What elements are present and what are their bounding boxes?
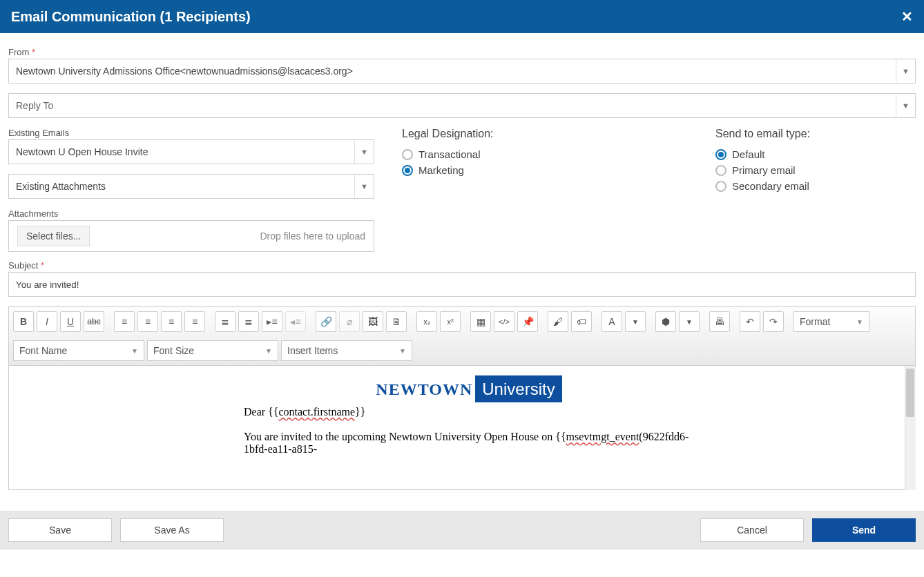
attachments-label: Attachments xyxy=(8,208,374,219)
file-drop-zone[interactable]: Select files... Drop files here to uploa… xyxy=(8,220,374,252)
radio-default[interactable]: Default xyxy=(715,148,916,160)
strikethrough-button[interactable]: abc xyxy=(84,311,104,332)
radio-secondary-email[interactable]: Secondary email xyxy=(715,180,916,192)
chevron-down-icon: ▼ xyxy=(856,318,863,326)
email-logo: NEWTOWNUniversity xyxy=(244,380,694,399)
select-files-button[interactable]: Select files... xyxy=(17,226,90,246)
reply-to-dropdown[interactable]: Reply To ▼ xyxy=(8,93,916,118)
close-icon[interactable]: ✕ xyxy=(901,8,913,25)
logo-text-left: NEWTOWN xyxy=(376,380,472,398)
chevron-down-icon: ▼ xyxy=(131,347,138,355)
radio-marketing[interactable]: Marketing xyxy=(402,164,688,176)
rich-text-editor[interactable]: NEWTOWNUniversity Dear {{contact.firstna… xyxy=(8,366,916,490)
cancel-button[interactable]: Cancel xyxy=(700,518,804,542)
font-size-dropdown[interactable]: Font Size ▼ xyxy=(147,340,278,361)
link-button[interactable]: 🔗 xyxy=(316,311,336,332)
indent-button[interactable]: ▸≡ xyxy=(262,311,282,332)
chevron-down-icon: ▼ xyxy=(265,347,272,355)
align-center-button[interactable]: ≡ xyxy=(137,311,158,332)
radio-icon xyxy=(715,165,726,176)
radio-primary-email[interactable]: Primary email xyxy=(715,164,916,176)
existing-emails-dropdown[interactable]: Newtown U Open House Invite ▼ xyxy=(8,139,374,164)
chevron-down-icon: ▼ xyxy=(354,175,374,198)
radio-label: Marketing xyxy=(418,164,464,176)
bold-button[interactable]: B xyxy=(13,311,34,332)
table-button[interactable]: ▦ xyxy=(470,311,491,332)
format-dropdown[interactable]: Format ▼ xyxy=(793,311,869,332)
existing-attachments-value: Existing Attachments xyxy=(16,181,106,192)
scrollbar-thumb[interactable] xyxy=(906,369,914,417)
tag-button[interactable]: 🏷 xyxy=(571,311,592,332)
from-dropdown[interactable]: Newtown University Admissions Office<new… xyxy=(8,59,916,84)
font-color-dd-button[interactable]: ▼ xyxy=(625,311,646,332)
reply-to-placeholder: Reply To xyxy=(16,100,53,111)
font-size-label: Font Size xyxy=(153,345,194,356)
legal-designation-title: Legal Designation: xyxy=(402,128,688,140)
superscript-button[interactable]: x² xyxy=(440,311,461,332)
align-justify-button[interactable]: ≡ xyxy=(184,311,205,332)
save-as-button[interactable]: Save As xyxy=(120,518,224,542)
existing-emails-label: Existing Emails xyxy=(8,128,374,138)
radio-label: Secondary email xyxy=(732,180,809,192)
save-button[interactable]: Save xyxy=(8,518,112,542)
unlink-button[interactable]: ⌀ xyxy=(339,311,360,332)
underline-button[interactable]: U xyxy=(60,311,81,332)
insert-items-label: Insert Items xyxy=(287,345,338,356)
radio-label: Transactional xyxy=(418,148,481,160)
italic-button[interactable]: I xyxy=(37,311,57,332)
send-button[interactable]: Send xyxy=(812,518,916,542)
source-button[interactable]: </> xyxy=(494,311,514,332)
existing-attachments-dropdown[interactable]: Existing Attachments ▼ xyxy=(8,174,374,199)
outdent-button[interactable]: ◂≡ xyxy=(285,311,306,332)
radio-label: Default xyxy=(732,148,765,160)
radio-transactional[interactable]: Transactional xyxy=(402,148,688,160)
format-label: Format xyxy=(800,316,830,327)
radio-label: Primary email xyxy=(732,164,796,176)
from-value: Newtown University Admissions Office<new… xyxy=(16,66,353,77)
editor-scrollbar[interactable] xyxy=(905,366,916,490)
chevron-down-icon: ▼ xyxy=(896,59,915,83)
insert-items-dropdown[interactable]: Insert Items ▼ xyxy=(281,340,412,361)
back-color-dd-button[interactable]: ▼ xyxy=(679,311,700,332)
unordered-list-button[interactable]: ≣ xyxy=(215,311,235,332)
print-button[interactable]: 🖶 xyxy=(709,311,730,332)
font-name-dropdown[interactable]: Font Name ▼ xyxy=(13,340,144,361)
radio-icon xyxy=(402,149,413,160)
chevron-down-icon: ▼ xyxy=(399,347,406,355)
email-greeting: Dear {{contact.firstname}} xyxy=(244,406,694,418)
editor-toolbar: B I U abc ≡ ≡ ≡ ≡ ≣ ≣ ▸≡ ◂≡ 🔗 ⌀ 🖼 🗎 x₂ x… xyxy=(8,306,916,366)
subject-input[interactable] xyxy=(8,272,916,297)
image-button[interactable]: 🖼 xyxy=(363,311,383,332)
radio-icon xyxy=(402,165,413,176)
subject-label: Subject xyxy=(8,260,916,271)
redo-button[interactable]: ↷ xyxy=(763,311,784,332)
back-color-button[interactable]: ⬢ xyxy=(655,311,676,332)
radio-icon xyxy=(715,181,726,192)
subscript-button[interactable]: x₂ xyxy=(416,311,437,332)
send-type-title: Send to email type: xyxy=(715,128,916,140)
pin-button[interactable]: 📌 xyxy=(517,311,538,332)
modal-body: From Newtown University Admissions Offic… xyxy=(0,33,924,498)
chevron-down-icon: ▼ xyxy=(896,94,915,117)
drop-hint: Drop files here to upload xyxy=(260,231,365,242)
from-label: From xyxy=(8,47,916,57)
align-left-button[interactable]: ≡ xyxy=(114,311,135,332)
file-button[interactable]: 🗎 xyxy=(386,311,407,332)
ordered-list-button[interactable]: ≣ xyxy=(238,311,259,332)
modal-title: Email Communication (1 Recipients) xyxy=(11,9,251,25)
radio-icon xyxy=(715,149,726,160)
email-body-line: You are invited to the upcoming Newtown … xyxy=(244,431,694,456)
logo-text-right: University xyxy=(475,375,561,402)
align-right-button[interactable]: ≡ xyxy=(161,311,182,332)
modal-footer: Save Save As Cancel Send xyxy=(0,511,924,549)
chevron-down-icon: ▼ xyxy=(354,140,374,164)
highlight-button[interactable]: 🖌 xyxy=(548,311,568,332)
undo-button[interactable]: ↶ xyxy=(740,311,760,332)
modal-header: Email Communication (1 Recipients) ✕ xyxy=(0,0,924,33)
font-name-label: Font Name xyxy=(19,345,67,356)
existing-emails-value: Newtown U Open House Invite xyxy=(16,146,148,157)
font-color-button[interactable]: A xyxy=(601,311,622,332)
